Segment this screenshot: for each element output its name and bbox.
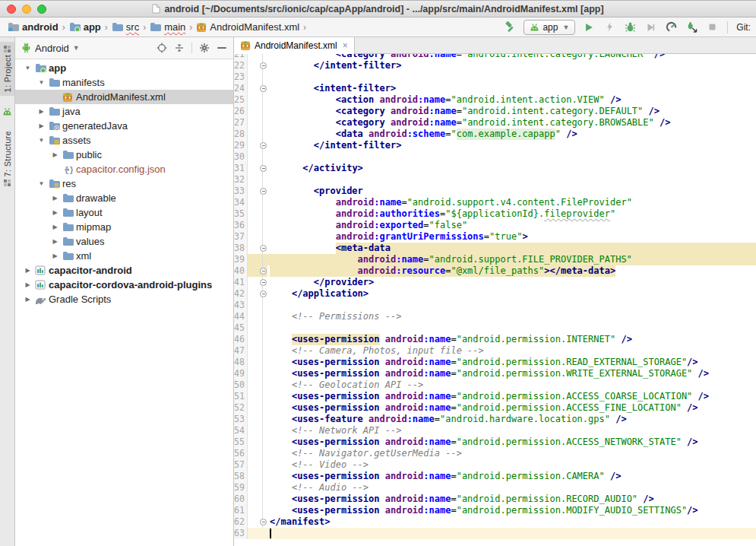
fold-marker-icon[interactable]	[260, 165, 267, 172]
code-line-60[interactable]: 60 <uses-permission android:name="androi…	[234, 494, 756, 505]
code-line-29[interactable]: 29 </intent-filter>	[234, 140, 756, 151]
code-line-42[interactable]: 42 </application>	[234, 288, 756, 300]
code-line-22[interactable]: 22 </intent-filter>	[234, 60, 756, 71]
code-line-36[interactable]: 36 android:exported="false"	[234, 220, 756, 231]
tree-item-manifests[interactable]: ▼manifests	[15, 75, 233, 90]
stop-button[interactable]	[705, 21, 719, 34]
tree-expand-arrow[interactable]: ▶	[49, 224, 61, 230]
collapse-all-button[interactable]	[172, 41, 186, 55]
fold-marker-icon[interactable]	[260, 188, 267, 195]
code-line-25[interactable]: 25 <action android:name="android.intent.…	[234, 94, 756, 106]
debug-button[interactable]	[623, 21, 637, 34]
fold-marker-icon[interactable]	[260, 62, 267, 69]
fold-marker-icon[interactable]	[260, 142, 267, 149]
attach-debugger-button[interactable]	[685, 21, 698, 34]
code-line-51[interactable]: 51 <uses-permission android:name="androi…	[234, 391, 756, 402]
tree-expand-arrow[interactable]: ▶	[22, 281, 33, 288]
tree-item-public[interactable]: ▶public	[15, 148, 233, 162]
tree-item-capacitor-config-json[interactable]: {}capacitor.config.json	[15, 162, 233, 176]
code-line-30[interactable]: 30	[234, 151, 756, 163]
tree-expand-arrow[interactable]: ▶	[49, 209, 61, 216]
breadcrumb-item-main[interactable]: main	[148, 21, 187, 33]
code-line-59[interactable]: 59 <!-- Audio -->	[234, 482, 756, 494]
code-line-39[interactable]: 39 android:name="android.support.FILE_PR…	[234, 254, 756, 265]
tree-expand-arrow[interactable]: ▼	[22, 65, 33, 71]
tree-item-assets[interactable]: ▼assets	[15, 133, 233, 148]
code-line-44[interactable]: 44 <!-- Permissions -->	[234, 311, 756, 322]
code-line-24[interactable]: 24 <intent-filter>	[234, 83, 756, 94]
tree-expand-arrow[interactable]: ▶	[22, 267, 33, 274]
tree-item-res[interactable]: ▼res	[15, 176, 233, 191]
code-line-32[interactable]: 32	[234, 174, 756, 186]
tree-expand-arrow[interactable]: ▶	[36, 108, 47, 115]
hide-panel-button[interactable]	[215, 41, 229, 55]
tree-item-java[interactable]: ▶java	[15, 104, 233, 119]
tool-window-button-7-structure[interactable]: 7: Structure	[0, 127, 14, 189]
chevron-down-icon[interactable]: ▼	[73, 44, 80, 52]
code-line-28[interactable]: 28 <data android:scheme="com.example.cap…	[234, 129, 756, 140]
tree-item-app[interactable]: ▼app	[15, 61, 233, 75]
tab-androidmanifest[interactable]: AndroidManifest.xml ×	[234, 37, 355, 54]
close-window-button[interactable]	[7, 5, 16, 14]
tree-expand-arrow[interactable]: ▼	[36, 137, 47, 144]
zoom-window-button[interactable]	[37, 5, 46, 14]
fold-marker-icon[interactable]	[260, 279, 267, 286]
tool-window-button-1-project[interactable]: 1: Project	[0, 42, 14, 96]
code-editor[interactable]: 21 <category android:name="android.inten…	[234, 54, 756, 546]
tree-item-capacitor-cordova-android-plugins[interactable]: ▶capacitor-cordova-android-plugins	[15, 278, 233, 292]
close-tab-icon[interactable]: ×	[343, 40, 348, 51]
settings-gear-icon[interactable]	[198, 41, 211, 55]
tree-expand-arrow[interactable]: ▶	[49, 151, 61, 158]
breadcrumb-item-src[interactable]: src	[110, 21, 141, 33]
minimize-window-button[interactable]	[22, 5, 31, 14]
breadcrumb-item-app[interactable]: app	[68, 21, 103, 33]
project-view-mode[interactable]: Android	[35, 43, 69, 54]
tree-item-layout[interactable]: ▶layout	[15, 205, 233, 220]
run-with-coverage-button[interactable]	[644, 21, 657, 34]
profiler-button[interactable]	[664, 21, 678, 34]
tree-item-generatedjava[interactable]: ▶generatedJava	[15, 119, 233, 133]
fold-marker-icon[interactable]	[260, 85, 267, 92]
code-line-48[interactable]: 48 <uses-permission android:name="androi…	[234, 357, 756, 368]
code-line-27[interactable]: 27 <category android:name="android.inten…	[234, 117, 756, 129]
run-configuration-select[interactable]: app ▼	[524, 20, 575, 35]
code-line-55[interactable]: 55 <uses-permission android:name="androi…	[234, 436, 756, 448]
code-line-23[interactable]: 23	[234, 71, 756, 83]
code-line-47[interactable]: 47 <!-- Camera, Photos, input file -->	[234, 345, 756, 357]
code-line-56[interactable]: 56 <!-- Navigator.getUserMedia -->	[234, 448, 756, 459]
run-button[interactable]	[582, 21, 596, 34]
code-line-41[interactable]: 41 </provider>	[234, 277, 756, 288]
code-line-57[interactable]: 57 <!-- Video -->	[234, 459, 756, 471]
code-line-49[interactable]: 49 <uses-permission android:name="androi…	[234, 368, 756, 379]
tool-window-button-android[interactable]	[0, 103, 14, 119]
tree-expand-arrow[interactable]: ▶	[49, 238, 61, 245]
code-line-53[interactable]: 53 <uses-feature android:name="android.h…	[234, 414, 756, 425]
fold-marker-icon[interactable]	[260, 519, 267, 525]
build-button[interactable]	[503, 21, 517, 34]
code-line-43[interactable]: 43	[234, 300, 756, 311]
code-line-46[interactable]: 46 <uses-permission android:name="androi…	[234, 334, 756, 345]
fold-marker-icon[interactable]	[260, 268, 267, 275]
tree-expand-arrow[interactable]: ▶	[36, 122, 47, 129]
code-line-40[interactable]: 40 android:resource="@xml/file_paths"></…	[234, 265, 756, 277]
tree-item-xml[interactable]: ▶xml	[15, 249, 233, 263]
fold-marker-icon[interactable]	[260, 290, 267, 297]
tree-item-capacitor-android[interactable]: ▶capacitor-android	[15, 263, 233, 278]
tree-item-drawable[interactable]: ▶drawable	[15, 191, 233, 205]
tree-expand-arrow[interactable]: ▶	[49, 195, 61, 202]
tree-expand-arrow[interactable]: ▶	[22, 296, 33, 303]
tree-expand-arrow[interactable]: ▼	[36, 180, 47, 187]
code-line-37[interactable]: 37 android:grantUriPermissions="true">	[234, 231, 756, 243]
locate-file-button[interactable]	[155, 41, 169, 55]
tree-item-gradle-scripts[interactable]: ▶Gradle Scripts	[15, 292, 233, 306]
code-line-54[interactable]: 54 <!-- Network API -->	[234, 425, 756, 436]
code-line-61[interactable]: 61 <uses-permission android:name="androi…	[234, 505, 756, 516]
code-line-58[interactable]: 58 <uses-permission android:name="androi…	[234, 471, 756, 482]
tree-item-mipmap[interactable]: ▶mipmap	[15, 220, 233, 234]
apply-changes-button[interactable]	[603, 21, 616, 34]
fold-marker-icon[interactable]	[260, 245, 267, 252]
code-line-35[interactable]: 35 android:authorities="${applicationId}…	[234, 208, 756, 220]
code-line-52[interactable]: 52 <uses-permission android:name="androi…	[234, 402, 756, 414]
code-line-63[interactable]: 63	[234, 528, 756, 539]
tree-item-androidmanifest-xml[interactable]: AndroidManifest.xml	[15, 90, 233, 104]
